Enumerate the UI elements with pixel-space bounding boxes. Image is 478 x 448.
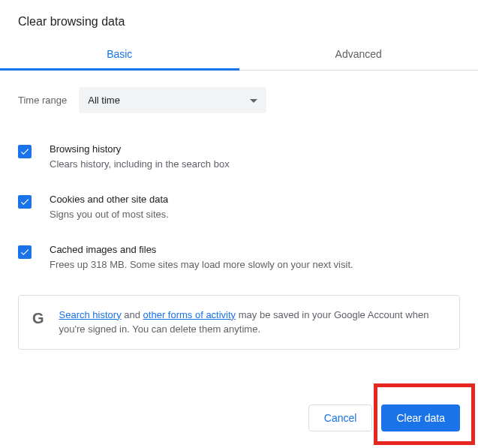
link-search-history[interactable]: Search history — [59, 309, 122, 320]
item-desc: Signs you out of most sites. — [50, 208, 460, 221]
checkbox-browsing-history[interactable] — [18, 145, 32, 158]
clear-browsing-data-dialog: Clear browsing data Basic Advanced Time … — [0, 0, 478, 350]
time-range-value: All time — [88, 95, 120, 106]
clear-data-button[interactable]: Clear data — [381, 404, 460, 431]
item-title: Browsing history — [50, 143, 460, 155]
dialog-title: Clear browsing data — [0, 0, 478, 39]
time-range-label: Time range — [18, 95, 67, 106]
cancel-button[interactable]: Cancel — [308, 404, 373, 431]
data-type-list: Browsing history Clears history, includi… — [18, 143, 460, 272]
list-item: Cookies and other site data Signs you ou… — [18, 194, 460, 221]
checkbox-cookies[interactable] — [18, 195, 32, 209]
check-icon — [20, 146, 30, 157]
list-item: Browsing history Clears history, includi… — [18, 143, 460, 171]
dialog-footer: Cancel Clear data — [290, 404, 478, 431]
item-desc: Frees up 318 MB. Some sites may load mor… — [50, 258, 460, 272]
check-icon — [20, 197, 30, 207]
list-item: Cached images and files Frees up 318 MB.… — [18, 244, 460, 272]
tab-basic[interactable]: Basic — [0, 39, 239, 70]
tab-bar: Basic Advanced — [0, 39, 478, 71]
item-title: Cached images and files — [50, 244, 460, 255]
checkbox-cache[interactable] — [18, 245, 32, 259]
chevron-down-icon — [250, 95, 257, 106]
check-icon — [20, 247, 30, 257]
google-account-notice: G Search history and other forms of acti… — [18, 295, 460, 350]
link-other-activity[interactable]: other forms of activity — [143, 309, 236, 320]
google-logo-icon: G — [32, 311, 44, 326]
tab-advanced[interactable]: Advanced — [239, 39, 479, 70]
item-desc: Clears history, including in the search … — [50, 158, 460, 171]
time-range-row: Time range All time — [18, 87, 460, 113]
time-range-select[interactable]: All time — [79, 87, 266, 113]
item-title: Cookies and other site data — [50, 194, 460, 205]
notice-text: Search history and other forms of activi… — [59, 308, 446, 337]
